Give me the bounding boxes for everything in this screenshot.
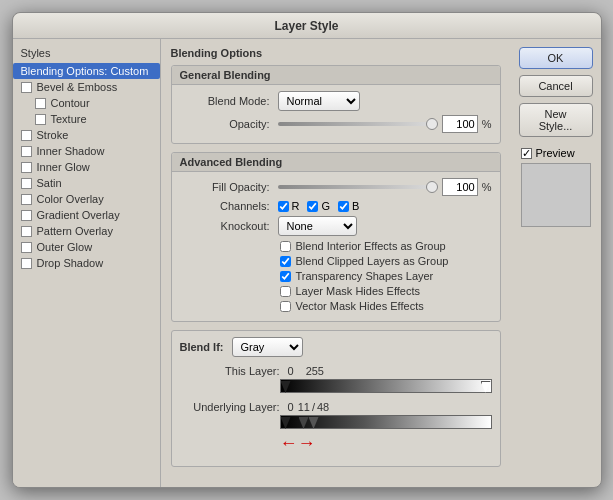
channel-r-label[interactable]: R [278,200,300,212]
check-layer-mask-label: Layer Mask Hides Effects [296,285,421,297]
sidebar-item-inner-glow[interactable]: Inner Glow [13,159,160,175]
blend-if-select[interactable]: Gray Red Green Blue [232,337,303,357]
checkbox-inner-glow[interactable] [21,162,32,173]
check-transparency-shapes[interactable]: Transparency Shapes Layer [180,270,492,282]
sidebar-item-texture[interactable]: Texture [13,111,160,127]
opacity-slider[interactable] [278,122,438,126]
channels-label: Channels: [180,200,270,212]
checkbox-blend-clipped[interactable] [280,256,291,267]
channel-g-label[interactable]: G [307,200,330,212]
underlying-layer-gradient-container [280,415,492,431]
sidebar-item-label: Gradient Overlay [37,209,120,221]
preview-label[interactable]: ✓ Preview [521,147,591,159]
checkbox-layer-mask[interactable] [280,286,291,297]
this-layer-label: This Layer: [180,365,280,377]
checkbox-vector-mask[interactable] [280,301,291,312]
sidebar-item-outer-glow[interactable]: Outer Glow [13,239,160,255]
sidebar-item-color-overlay[interactable]: Color Overlay [13,191,160,207]
this-layer-gradient-bar [280,379,492,393]
channel-r-checkbox[interactable] [278,201,289,212]
sidebar-item-satin[interactable]: Satin [13,175,160,191]
underlying-layer-thumb-mid-left[interactable] [299,417,309,429]
opacity-row: Opacity: % [180,115,492,133]
checkbox-gradient-overlay[interactable] [21,210,32,221]
channel-g-checkbox[interactable] [307,201,318,212]
this-layer-thumb-right[interactable] [481,381,491,393]
blend-mode-label: Blend Mode: [180,95,270,107]
sidebar-item-pattern-overlay[interactable]: Pattern Overlay [13,223,160,239]
underlying-layer-separator: / [312,401,315,413]
fill-opacity-input[interactable] [442,178,478,196]
sidebar-item-drop-shadow[interactable]: Drop Shadow [13,255,160,271]
sidebar-item-blending-options[interactable]: Blending Options: Custom [13,63,160,79]
fill-opacity-slider-container: % [278,178,492,196]
underlying-layer-thumb-left[interactable] [281,417,291,429]
fill-opacity-percent: % [482,181,492,193]
this-layer-right-val: 255 [306,365,324,377]
preview-text: Preview [536,147,575,159]
opacity-input[interactable] [442,115,478,133]
channel-b-text: B [352,200,359,212]
arrow-indicator: ←→ [180,433,492,454]
this-layer-left-val: 0 [288,365,294,377]
checkbox-drop-shadow[interactable] [21,258,32,269]
knockout-row: Knockout: None Shallow Deep [180,216,492,236]
check-transparency-shapes-label: Transparency Shapes Layer [296,270,434,282]
checkbox-satin[interactable] [21,178,32,189]
sidebar-item-label: Drop Shadow [37,257,104,269]
underlying-layer-gradient-bar [280,415,492,429]
cancel-button[interactable]: Cancel [519,75,593,97]
sidebar-item-inner-shadow[interactable]: Inner Shadow [13,143,160,159]
sidebar-item-gradient-overlay[interactable]: Gradient Overlay [13,207,160,223]
this-layer-gradient-container [280,379,492,395]
underlying-layer-thumb-mid-right[interactable] [309,417,319,429]
checkbox-outer-glow[interactable] [21,242,32,253]
preview-box [521,163,591,227]
channel-b-label[interactable]: B [338,200,359,212]
check-blend-clipped[interactable]: Blend Clipped Layers as Group [180,255,492,267]
check-blend-clipped-label: Blend Clipped Layers as Group [296,255,449,267]
new-style-button[interactable]: New Style... [519,103,593,137]
this-layer-slider-row [180,379,492,395]
checkbox-texture[interactable] [35,114,46,125]
opacity-slider-container: % [278,115,492,133]
this-layer-thumb-left[interactable] [281,381,291,393]
preview-checkbox[interactable]: ✓ [521,148,532,159]
checkbox-color-overlay[interactable] [21,194,32,205]
checkbox-transparency-shapes[interactable] [280,271,291,282]
sidebar-item-label: Blending Options: Custom [21,65,149,77]
check-layer-mask[interactable]: Layer Mask Hides Effects [180,285,492,297]
underlying-layer-slider-row [180,415,492,431]
fill-opacity-row: Fill Opacity: % [180,178,492,196]
sidebar-item-label: Contour [51,97,90,109]
checkbox-inner-shadow[interactable] [21,146,32,157]
ok-button[interactable]: OK [519,47,593,69]
check-vector-mask[interactable]: Vector Mask Hides Effects [180,300,492,312]
advanced-blending-section: Advanced Blending Fill Opacity: % Channe… [171,152,501,322]
checkbox-bevel-emboss[interactable] [21,82,32,93]
checkbox-stroke[interactable] [21,130,32,141]
general-blending-section: General Blending Blend Mode: Normal Diss… [171,65,501,144]
this-layer-values: 0 255 [288,365,324,377]
sidebar-item-label: Stroke [37,129,69,141]
advanced-blending-title: Advanced Blending [180,156,283,168]
blend-if-section: Blend If: Gray Red Green Blue This Layer… [171,330,501,467]
sidebar-item-bevel-emboss[interactable]: Bevel & Emboss [13,79,160,95]
sidebar-item-contour[interactable]: Contour [13,95,160,111]
knockout-select[interactable]: None Shallow Deep [278,216,357,236]
general-blending-title: General Blending [180,69,271,81]
checkbox-pattern-overlay[interactable] [21,226,32,237]
channel-b-checkbox[interactable] [338,201,349,212]
checkbox-contour[interactable] [35,98,46,109]
opacity-label: Opacity: [180,118,270,130]
blend-if-label: Blend If: [180,341,224,353]
sidebar-item-stroke[interactable]: Stroke [13,127,160,143]
right-panel: OK Cancel New Style... ✓ Preview [511,39,601,487]
sidebar-item-label: Satin [37,177,62,189]
checkbox-blend-interior[interactable] [280,241,291,252]
underlying-layer-left-val: 0 [288,401,294,413]
fill-opacity-slider[interactable] [278,185,438,189]
blend-mode-select[interactable]: Normal Dissolve Multiply Screen Overlay [278,91,360,111]
dialog-body: Styles Blending Options: Custom Bevel & … [13,39,601,487]
check-blend-interior[interactable]: Blend Interior Effects as Group [180,240,492,252]
